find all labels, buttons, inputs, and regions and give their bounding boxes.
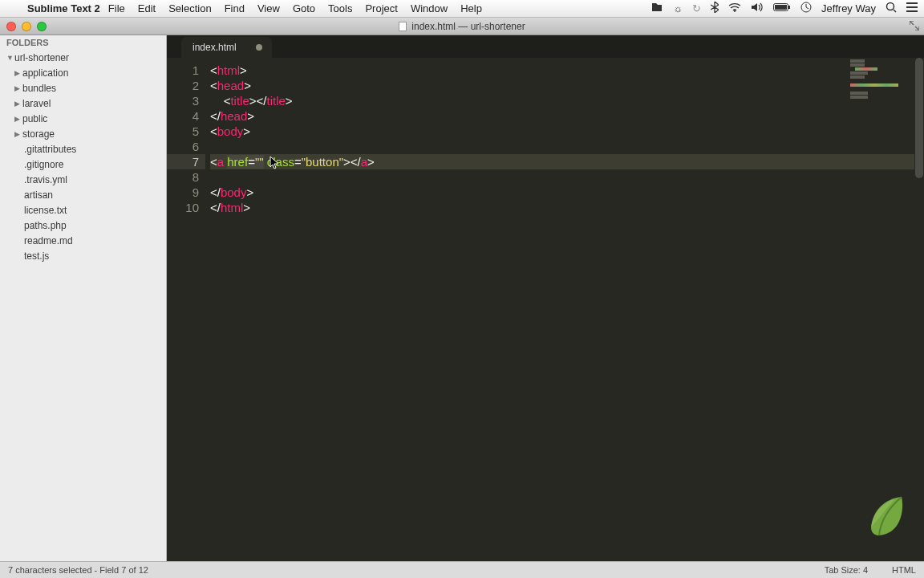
code-line: <title></title>: [210, 93, 924, 108]
sun-icon[interactable]: ☼: [673, 2, 683, 14]
code-line: </html>: [210, 200, 924, 215]
tree-file[interactable]: .gitattributes: [0, 141, 166, 157]
tree-file[interactable]: artisan: [0, 187, 166, 202]
menu-file[interactable]: File: [108, 2, 125, 14]
tab-label: index.html: [192, 42, 237, 53]
minimap[interactable]: [850, 59, 914, 561]
code-area[interactable]: 1 2 3 4 5 6 7 8 9 10 <html> <head> <titl…: [167, 58, 924, 561]
tree-file[interactable]: .gitignore: [0, 157, 166, 172]
gutter: 1 2 3 4 5 6 7 8 9 10: [167, 58, 205, 561]
tree-folder[interactable]: ▶bundles: [0, 80, 166, 96]
spotlight-icon[interactable]: [886, 2, 897, 15]
code-line: </body>: [210, 185, 924, 200]
disclosure-right-icon[interactable]: ▶: [14, 84, 22, 92]
editor: index.html 1 2 3 4 5 6 7 8 9 10 <html>: [167, 35, 924, 561]
menubar-app-name[interactable]: Sublime Text 2: [27, 2, 100, 14]
document-icon: [399, 22, 407, 31]
status-tab-size[interactable]: Tab Size: 4: [825, 565, 868, 575]
disclosure-right-icon[interactable]: ▶: [14, 115, 22, 123]
svg-rect-3: [775, 5, 787, 10]
menu-help[interactable]: Help: [460, 2, 482, 14]
code-line: <a href="" class="button"></a>: [210, 154, 924, 169]
tree-file[interactable]: .travis.yml: [0, 172, 166, 187]
menu-tools[interactable]: Tools: [328, 2, 352, 14]
tree-file[interactable]: license.txt: [0, 202, 166, 218]
svg-point-0: [734, 10, 736, 12]
sidebar: FOLDERS ▼ url-shortener ▶application ▶bu…: [0, 35, 167, 561]
volume-icon[interactable]: [751, 2, 764, 14]
code-line: <head>: [210, 78, 924, 93]
sidebar-header: FOLDERS: [0, 35, 166, 50]
menu-goto[interactable]: Goto: [293, 2, 315, 14]
tree-folder[interactable]: ▶laravel: [0, 96, 166, 111]
tree-folder[interactable]: ▶storage: [0, 126, 166, 141]
tab-index-html[interactable]: index.html: [181, 37, 272, 58]
notification-center-icon[interactable]: [906, 2, 918, 14]
code-line: [210, 169, 924, 185]
tree-folder[interactable]: ▶public: [0, 111, 166, 126]
menu-find[interactable]: Find: [225, 2, 245, 14]
tree-folder[interactable]: ▶application: [0, 65, 166, 80]
battery-icon[interactable]: [773, 2, 791, 14]
disclosure-right-icon[interactable]: ▶: [14, 130, 22, 138]
code-line: <html>: [210, 63, 924, 78]
tree-file[interactable]: test.js: [0, 248, 166, 263]
bluetooth-icon[interactable]: [711, 2, 719, 15]
menu-selection[interactable]: Selection: [168, 2, 211, 14]
dirty-indicator-icon: [256, 44, 262, 51]
evernote-icon[interactable]: [650, 2, 663, 15]
menu-edit[interactable]: Edit: [138, 2, 156, 14]
menu-project[interactable]: Project: [365, 2, 397, 14]
close-window-button[interactable]: [6, 22, 16, 31]
disclosure-right-icon[interactable]: ▶: [14, 69, 22, 77]
timemachine-icon[interactable]: ↻: [692, 2, 701, 14]
menubar-user[interactable]: Jeffrey Way: [821, 2, 876, 14]
tree-file[interactable]: paths.php: [0, 218, 166, 233]
svg-point-5: [887, 3, 894, 10]
window-titlebar: index.html — url-shortener: [0, 18, 924, 35]
fullscreen-icon[interactable]: [910, 21, 919, 31]
code-line: </head>: [210, 108, 924, 124]
status-bar: 7 characters selected - Field 7 of 12 Ta…: [0, 561, 924, 578]
scroll-thumb[interactable]: [915, 58, 923, 178]
wifi-icon[interactable]: [728, 2, 741, 14]
app-window: index.html — url-shortener FOLDERS ▼ url…: [0, 18, 924, 578]
status-syntax[interactable]: HTML: [892, 565, 916, 575]
clock-icon[interactable]: [800, 2, 812, 15]
minimize-window-button[interactable]: [22, 22, 31, 31]
tree-file[interactable]: readme.md: [0, 233, 166, 248]
code-line: <body>: [210, 124, 924, 139]
code-content[interactable]: <html> <head> <title></title> </head> <b…: [205, 58, 924, 561]
disclosure-right-icon[interactable]: ▶: [14, 100, 22, 108]
menu-view[interactable]: View: [257, 2, 280, 14]
envato-leaf-icon: [861, 492, 910, 540]
tree-root[interactable]: ▼ url-shortener: [0, 50, 166, 65]
folder-tree: ▼ url-shortener ▶application ▶bundles ▶l…: [0, 50, 166, 270]
window-title: index.html — url-shortener: [0, 21, 924, 32]
status-selection: 7 characters selected - Field 7 of 12: [8, 565, 148, 575]
code-line: [210, 139, 924, 154]
zoom-window-button[interactable]: [37, 22, 47, 31]
macos-menubar: Sublime Text 2 File Edit Selection Find …: [0, 0, 924, 18]
tab-bar: index.html: [167, 35, 924, 58]
svg-rect-2: [788, 6, 790, 9]
menu-window[interactable]: Window: [411, 2, 448, 14]
traffic-lights: [6, 22, 47, 31]
disclosure-down-icon[interactable]: ▼: [6, 54, 14, 62]
vertical-scrollbar[interactable]: [914, 58, 924, 544]
